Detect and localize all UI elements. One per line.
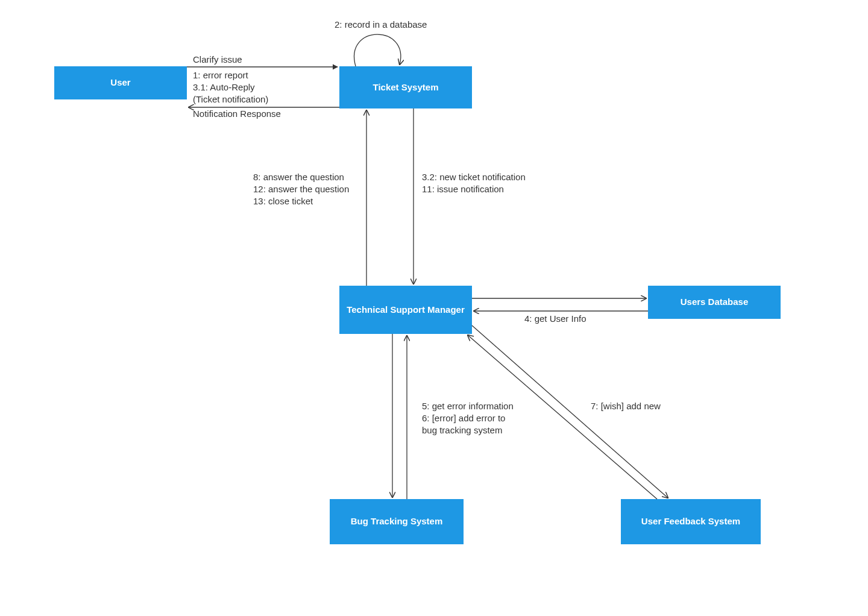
edge-label-add-error-1: 6: [error] add error to: [422, 413, 505, 423]
edge-label-get-user-info: 4: get User Info: [524, 313, 587, 324]
node-tech-support-manager-label: Technical Support Manager: [347, 304, 465, 316]
node-users-database: Users Database: [648, 286, 781, 319]
edge-label-error-report: 1: error report: [193, 70, 248, 80]
edge-label-new-ticket-notification: 3.2: new ticket notification: [422, 172, 526, 182]
edge-label-auto-reply: 3.1: Auto-Reply: [193, 82, 255, 92]
edge-label-issue-notification: 11: issue notification: [422, 184, 504, 194]
edge-label-answer-question-12: 12: answer the question: [253, 184, 349, 194]
edge-label-notification-response: Notification Response: [193, 108, 281, 119]
edge-label-wish-add-new: 7: [wish] add new: [591, 401, 661, 411]
edge-label-answer-question-8: 8: answer the question: [253, 172, 344, 182]
edge-label-close-ticket: 13: close ticket: [253, 196, 313, 206]
edge-label-add-error-2: bug tracking system: [422, 425, 502, 435]
node-user: User: [54, 66, 187, 99]
node-bug-tracking-system: Bug Tracking System: [330, 499, 464, 544]
node-tech-support-manager: Technical Support Manager: [339, 286, 472, 334]
edge-label-get-error-info: 5: get error information: [422, 401, 514, 411]
node-ticket-system: Ticket Sysytem: [339, 66, 472, 108]
node-user-feedback-system: User Feedback System: [621, 499, 761, 544]
edge-label-ticket-notification: (Ticket notification): [193, 94, 268, 104]
svg-line-8: [472, 325, 668, 498]
node-ticket-system-label: Ticket Sysytem: [373, 82, 439, 93]
node-user-feedback-system-label: User Feedback System: [641, 516, 740, 527]
node-users-database-label: Users Database: [681, 297, 749, 308]
node-user-label: User: [110, 77, 130, 89]
node-bug-tracking-system-label: Bug Tracking System: [351, 516, 443, 527]
edge-label-self-loop: 2: record in a database: [335, 19, 427, 30]
edge-label-clarify: Clarify issue: [193, 54, 242, 64]
